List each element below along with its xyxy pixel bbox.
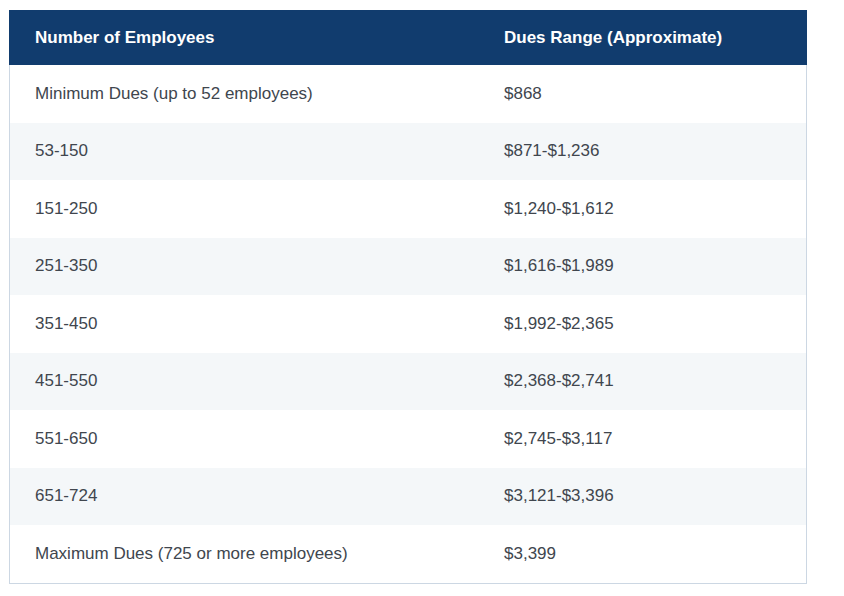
employees-cell: 251-350 bbox=[10, 256, 504, 276]
table-header-row: Number of Employees Dues Range (Approxim… bbox=[9, 10, 807, 65]
employees-cell: 551-650 bbox=[10, 429, 504, 449]
employees-cell: 53-150 bbox=[10, 141, 504, 161]
table-row: 53-150$871-$1,236 bbox=[10, 123, 806, 181]
employees-cell: 351-450 bbox=[10, 314, 504, 334]
dues-cell: $3,121-$3,396 bbox=[504, 486, 806, 506]
table-row: 651-724$3,121-$3,396 bbox=[10, 468, 806, 526]
dues-cell: $868 bbox=[504, 84, 806, 104]
dues-cell: $1,992-$2,365 bbox=[504, 314, 806, 334]
table-row: 251-350$1,616-$1,989 bbox=[10, 238, 806, 296]
dues-cell: $2,745-$3,117 bbox=[504, 429, 806, 449]
employees-cell: 651-724 bbox=[10, 486, 504, 506]
dues-cell: $3,399 bbox=[504, 544, 806, 564]
table-row: Maximum Dues (725 or more employees)$3,3… bbox=[10, 525, 806, 583]
employees-cell: 151-250 bbox=[10, 199, 504, 219]
dues-table: Number of Employees Dues Range (Approxim… bbox=[9, 10, 807, 584]
table-row: 451-550$2,368-$2,741 bbox=[10, 353, 806, 411]
table-row: 551-650$2,745-$3,117 bbox=[10, 410, 806, 468]
table-body: Minimum Dues (up to 52 employees)$86853-… bbox=[9, 65, 807, 584]
dues-cell: $1,240-$1,612 bbox=[504, 199, 806, 219]
employees-cell: Maximum Dues (725 or more employees) bbox=[10, 544, 504, 564]
dues-cell: $871-$1,236 bbox=[504, 141, 806, 161]
table-row: Minimum Dues (up to 52 employees)$868 bbox=[10, 65, 806, 123]
dues-cell: $2,368-$2,741 bbox=[504, 371, 806, 391]
table-row: 351-450$1,992-$2,365 bbox=[10, 295, 806, 353]
dues-cell: $1,616-$1,989 bbox=[504, 256, 806, 276]
employees-cell: 451-550 bbox=[10, 371, 504, 391]
table-row: 151-250$1,240-$1,612 bbox=[10, 180, 806, 238]
column-header-employees: Number of Employees bbox=[9, 28, 504, 48]
column-header-dues: Dues Range (Approximate) bbox=[504, 28, 807, 48]
employees-cell: Minimum Dues (up to 52 employees) bbox=[10, 84, 504, 104]
